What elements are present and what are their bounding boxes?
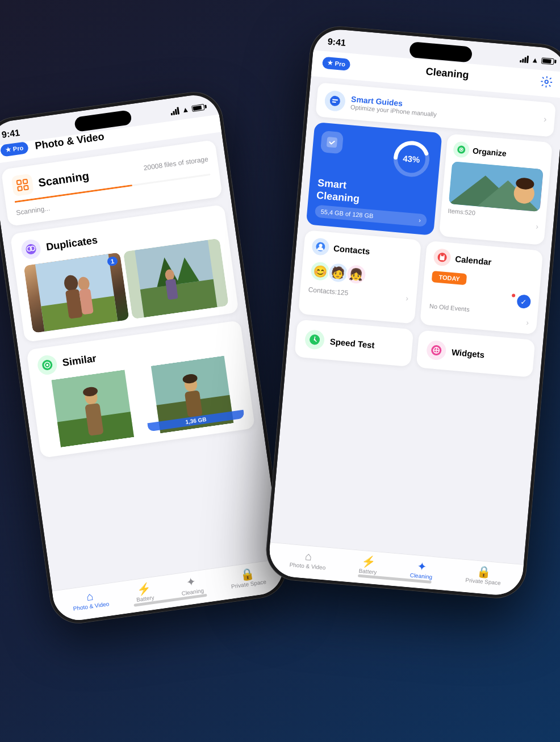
pro-badge-label: ★ Pro [5,144,24,154]
contacts-avatars: 😊 🧑 👧 [309,260,411,289]
phone-front-screen: 9:41 ▲ [268,27,560,597]
front-volume-up [298,131,303,165]
nav-photo-video[interactable]: ⌂ Photo & Video [71,588,110,612]
avatar-3: 👧 [345,263,367,286]
guides-arrow-icon: › [543,114,547,124]
back-time: 9:41 [1,128,20,140]
event-dot [512,294,516,297]
svg-rect-0 [17,180,22,185]
second-row: Contacts 😊 🧑 👧 Contacts:125 › [298,230,543,334]
svg-rect-2 [18,186,22,191]
cleaning-nav-icon: ✦ [186,576,197,588]
similar-card[interactable]: Similar [26,320,255,458]
front-pro-badge[interactable]: ★ Pro [322,56,351,70]
front-scroll-area: Smart Guides Optimize your iPhone manual… [268,76,560,586]
settings-button[interactable] [537,72,557,92]
scene: 9:41 ▲ [0,0,560,742]
svg-point-32 [545,80,548,83]
organize-photo [449,161,544,212]
similar-thumb-1 [40,368,145,449]
widgets-icon [426,340,447,361]
cleaning-ring-chart: 43% [389,137,433,181]
check-icon: ✓ [516,294,531,309]
photo-thumb-2 [123,238,229,320]
front-status-icons: ▲ [520,54,554,65]
front-nav-private[interactable]: 🔒 Private Space [465,564,502,586]
duplicates-card[interactable]: Duplicates [10,204,239,342]
similar-icon [36,354,58,376]
front-volume-down [295,171,300,205]
front-wifi-icon: ▲ [531,55,539,64]
phone-back-screen: 9:41 ▲ [0,92,286,623]
back-scroll-area: Scanning 20008 files of storage Scanning… [0,132,285,613]
svg-rect-36 [327,137,338,148]
widgets-card[interactable]: Widgets [416,330,536,378]
similar-title: Similar [62,352,97,368]
svg-point-33 [329,95,341,107]
front-nav-private-label: Private Space [465,577,501,586]
speed-icon [304,329,325,350]
contacts-title: Contacts [333,243,370,256]
storage-arrow: › [419,217,421,224]
front-nav-battery[interactable]: ⚡ Battery [358,555,378,576]
front-time: 9:41 [327,36,346,48]
contacts-arrow: › [406,294,409,303]
front-pro-label: ★ Pro [327,59,345,68]
svg-rect-1 [23,179,27,184]
contacts-count: Contacts:125 [308,286,349,297]
organize-card[interactable]: Organize [439,133,553,245]
main-grid: 43% SmartCleaning 55,4 GB of 128 GB › [306,122,553,245]
scanning-sub: Scanning... [15,204,50,217]
widgets-title: Widgets [451,347,484,359]
speed-test-card[interactable]: Speed Test [294,320,413,367]
today-button[interactable]: TODAY [432,271,467,285]
back-status-icons: ▲ [170,103,204,116]
speed-title: Speed Test [329,336,375,350]
home-icon: ⌂ [86,590,94,602]
photo-thumb-1: 1 [24,252,129,333]
nav-battery[interactable]: ⚡ Battery [134,582,154,603]
front-lock-nav-icon: 🔒 [477,565,492,578]
guides-icon [324,90,346,112]
guides-text: Smart Guides Optimize your iPhone manual… [350,94,539,127]
battery-nav-icon: ⚡ [136,582,152,595]
contacts-icon [311,238,330,257]
front-signal-icon [520,55,529,62]
smart-cleaning-icon [320,131,344,154]
cleaning-percent: 43% [403,153,420,165]
organize-title: Organize [472,146,507,158]
organize-icon [453,141,470,158]
front-nav-photo-label: Photo & Video [289,561,325,571]
front-battery-nav-icon: ⚡ [361,555,377,568]
smart-cleaning-card[interactable]: 43% SmartCleaning 55,4 GB of 128 GB › [306,122,442,236]
scanning-desc: 20008 files of storage [143,155,209,172]
front-cleaning-nav-icon: ✦ [417,560,428,572]
front-home-icon: ⌂ [304,550,312,562]
calendar-icon [433,248,452,267]
duplicates-title: Duplicates [45,234,98,253]
lock-nav-icon: 🔒 [240,568,256,581]
nav-private-space[interactable]: 🔒 Private Space [229,566,266,589]
nav-cleaning[interactable]: ✦ Cleaning [179,575,204,597]
phone-back: 9:41 ▲ [0,88,290,627]
storage-label: 55,4 GB of 128 GB [320,208,374,220]
duplicates-icon [20,238,41,260]
contacts-card[interactable]: Contacts 😊 🧑 👧 Contacts:125 › [298,230,421,324]
battery-icon [191,104,204,112]
similar-thumb-2: 1,36 GB [139,354,245,435]
front-nav-cleaning[interactable]: ✦ Cleaning [409,560,433,580]
front-nav-photo-video[interactable]: ⌂ Photo & Video [289,549,327,571]
phone-front: 9:41 ▲ [264,24,560,601]
scanning-icon [11,174,34,197]
front-battery-icon [541,57,554,65]
signal-icon [170,107,179,115]
wifi-icon: ▲ [181,104,190,114]
front-silent-button [302,103,306,125]
svg-rect-3 [24,186,28,190]
calendar-title: Calendar [455,254,492,267]
calendar-card[interactable]: Calendar TODAY ✓ No Old Events › [420,241,543,334]
